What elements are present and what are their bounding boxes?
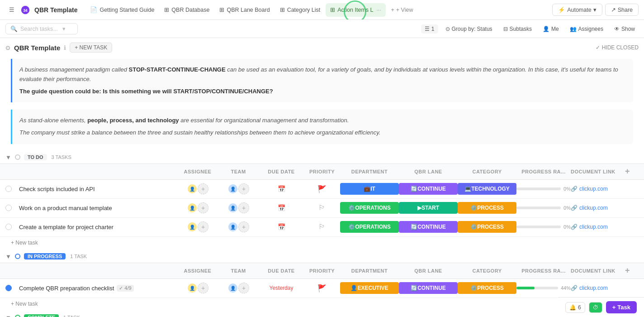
progress-bar <box>516 287 535 289</box>
filter-icon: ☰ <box>425 26 430 32</box>
app-logo: 34 <box>19 4 32 16</box>
add-team-button[interactable]: + <box>238 202 249 213</box>
tab-icon: ⊞ <box>219 6 224 13</box>
link-icon: 🔗 <box>571 186 578 192</box>
add-team-button[interactable]: + <box>238 221 249 232</box>
add-team-button[interactable]: + <box>238 283 249 293</box>
table-row: Create a template for project charter 👤 … <box>0 218 644 237</box>
hide-closed-button[interactable]: ✓ HIDE CLOSED <box>596 44 639 51</box>
calendar-icon: 📅 <box>278 223 285 231</box>
qbr-chip: 🔄CONTINUE <box>399 282 458 294</box>
todo-table-header: ASSIGNEE TEAM DUE DATE PRIORITY DEPARTME… <box>0 163 644 180</box>
automate-icon: ⚡ <box>558 6 565 13</box>
add-assignee-button[interactable]: + <box>198 283 208 293</box>
description-block-2: As stand-alone elements, people, process… <box>11 110 633 144</box>
table-row: Check scripts included in API 👤 + 👤 + 📅 … <box>0 180 644 199</box>
todo-dot <box>15 154 20 160</box>
todo-section: ▼ TO DO 3 TASKS ASSIGNEE TEAM DUE DATE P… <box>0 151 644 249</box>
inprogress-collapse[interactable]: ▼ <box>5 253 11 260</box>
inprogress-section: ▼ IN PROGRESS 1 TASK ASSIGNEE TEAM DUE D… <box>0 250 644 310</box>
calendar-icon: 📅 <box>278 204 285 211</box>
task-checkbox[interactable] <box>5 224 12 230</box>
add-team-button[interactable]: + <box>238 183 249 194</box>
avatar: 👤 <box>227 183 238 194</box>
svg-text:34: 34 <box>23 8 28 12</box>
show-button[interactable]: 👁 Show <box>611 24 639 34</box>
doc-link[interactable]: clickup.com <box>579 224 608 230</box>
inprogress-dot <box>15 254 20 259</box>
calendar-icon: 📅 <box>278 185 285 192</box>
progress-value: 0% <box>564 186 571 192</box>
task-checkbox[interactable] <box>5 186 12 192</box>
doc-link[interactable]: clickup.com <box>579 285 608 291</box>
project-collapse[interactable]: ⊙ <box>5 44 10 51</box>
complete-section: ▼ COMPLETE 1 TASK ASSIGNEE TEAM DUE DATE… <box>0 312 644 317</box>
cat-chip: ⚙️PROCESS <box>458 282 516 294</box>
task-checkbox[interactable] <box>5 285 12 291</box>
priority-flag: 🏳 <box>318 204 326 212</box>
tab-qbr-lane-board[interactable]: ⊞ QBR Lane Board <box>215 3 274 17</box>
doc-link[interactable]: clickup.com <box>579 186 608 192</box>
add-assignee-button[interactable]: + <box>198 221 208 232</box>
automate-button[interactable]: ⚡ Automate ▾ <box>552 4 602 16</box>
new-task-button[interactable]: + New task <box>0 298 644 310</box>
table-row: Complete QBR preparation checklist ✓ 4/9… <box>0 279 644 298</box>
menu-icon[interactable]: ☰ <box>5 4 18 16</box>
timer-icon: ⏱ <box>593 304 598 311</box>
tab-icon: ⊞ <box>330 6 335 13</box>
tab-qbr-database[interactable]: ⊞ QBR Database <box>160 3 214 17</box>
tab-getting-started[interactable]: 📄 Getting Started Guide <box>85 3 159 17</box>
add-assignee-button[interactable]: + <box>198 202 208 213</box>
subtask-badge[interactable]: ✓ 4/9 <box>117 285 133 292</box>
tab-action-items[interactable]: ⊞ Action Items L ··· <box>326 3 385 17</box>
todo-count: 3 TASKS <box>52 154 71 160</box>
timer-button[interactable]: ⏱ <box>589 302 602 313</box>
complete-dot <box>15 315 20 317</box>
bell-icon: 🔔 <box>569 304 576 311</box>
notifications-button[interactable]: 🔔 6 <box>565 302 585 313</box>
doc-link[interactable]: clickup.com <box>579 205 608 211</box>
project-header: ⊙ QBR Template ℹ + NEW TASK ✓ HIDE CLOSE… <box>0 38 644 55</box>
new-task-fab[interactable]: + Task <box>606 301 637 313</box>
search-box[interactable]: 🔍 Search tasks... ▾ <box>5 23 78 34</box>
subtasks-button[interactable]: ⊟ Subtasks <box>500 24 535 34</box>
todo-section-header: ▼ TO DO 3 TASKS <box>0 151 644 163</box>
complete-section-header: ▼ COMPLETE 1 TASK <box>0 312 644 317</box>
group-icon: ⊙ <box>445 26 450 32</box>
tab-category-list[interactable]: ⊞ Category List <box>275 3 325 17</box>
search-icon: 🔍 <box>10 25 18 32</box>
app-title: QBR Template <box>34 6 77 14</box>
cat-chip: ⚙️PROCESS <box>458 221 516 233</box>
new-task-button[interactable]: + NEW TASK <box>70 43 112 53</box>
todo-badge: TO DO <box>24 154 47 160</box>
new-task-button[interactable]: + New task <box>0 237 644 249</box>
description-block-1: A business management paradigm called ST… <box>11 59 633 102</box>
todo-collapse[interactable]: ▼ <box>5 154 11 161</box>
add-column-icon[interactable]: + <box>625 266 630 275</box>
top-nav: ☰ 34 QBR Template 📄 Getting Started Guid… <box>0 0 644 20</box>
me-button[interactable]: 👤 Me <box>539 24 563 34</box>
link-icon: 🔗 <box>571 224 578 230</box>
add-assignee-button[interactable]: + <box>198 183 208 194</box>
add-column-icon[interactable]: + <box>625 167 630 176</box>
dept-chip: 👤EXECUTIVE <box>340 282 399 294</box>
complete-count: 1 TASK <box>63 315 80 317</box>
qbr-chip: 🔄CONTINUE <box>399 183 458 195</box>
eye-icon: 👁 <box>614 26 620 32</box>
progress-value: 0% <box>564 224 571 230</box>
assignees-button[interactable]: 👥 Assignees <box>566 24 607 34</box>
share-button[interactable]: ↗ Share <box>605 4 639 16</box>
group-by-button[interactable]: ⊙ Group by: Status <box>442 24 496 34</box>
tab-icon: ⊞ <box>164 6 169 13</box>
priority-flag: 🚩 <box>317 284 327 293</box>
cat-chip: 💻TECHNOLOGY <box>458 183 516 195</box>
task-checkbox[interactable] <box>5 205 12 211</box>
filter-count-badge[interactable]: ☰ 1 <box>421 24 438 34</box>
progress-value: 44% <box>561 285 571 291</box>
add-view-button[interactable]: + + View <box>387 5 418 15</box>
plus-icon: + <box>612 304 616 311</box>
dept-chip: 💼IT <box>340 183 399 195</box>
qbr-chip: ▶START <box>399 202 458 214</box>
complete-collapse[interactable]: ▼ <box>5 314 11 317</box>
task-name-text: Check scripts included in API <box>19 186 95 192</box>
